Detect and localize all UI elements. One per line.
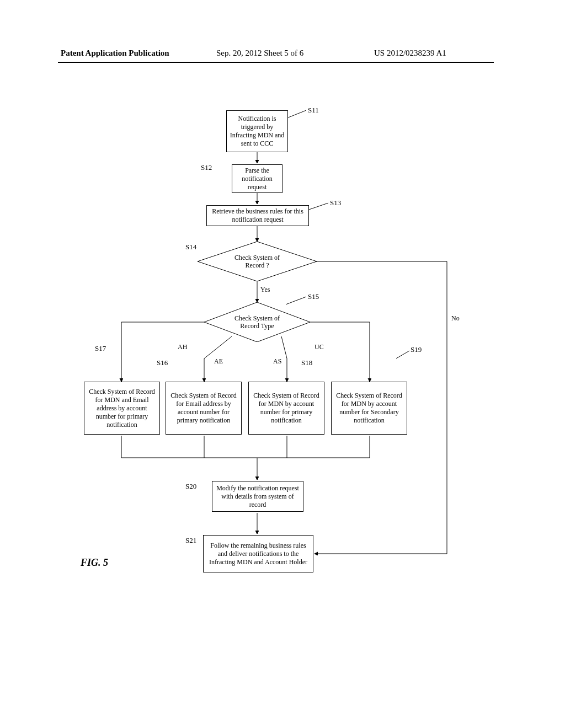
step-s20-text: Modify the notification request with det…: [215, 484, 301, 509]
decision-s14-text: Check System of Record ?: [227, 254, 287, 270]
label-s15: S15: [308, 292, 319, 301]
step-s18: Check System of Record for MDN by accoun…: [248, 382, 324, 435]
label-s11: S11: [308, 106, 319, 115]
label-s16: S16: [157, 358, 168, 367]
branch-no: No: [451, 314, 460, 323]
label-s21: S21: [185, 536, 196, 545]
step-s21: Follow the remaining business rules and …: [203, 535, 313, 572]
page: Patent Application Publication Sep. 20, …: [0, 0, 565, 728]
branch-ae: AE: [214, 357, 223, 366]
step-s12: Parse the notification request: [232, 164, 282, 193]
flow-connectors: [0, 0, 565, 728]
decision-s15-text: Check System of Record Type: [231, 314, 284, 330]
step-s17-text: Check System of Record for MDN and Email…: [87, 388, 157, 429]
decision-s15: Check System of Record Type: [204, 302, 310, 342]
svg-line-11: [396, 351, 409, 358]
step-s16-text: Check System of Record for Email address…: [168, 392, 239, 425]
step-s17: Check System of Record for MDN and Email…: [84, 382, 160, 435]
step-s11: Notification is triggered by Infracting …: [226, 110, 288, 152]
label-s18: S18: [301, 358, 312, 367]
step-s19: Check System of Record for MDN by accoun…: [331, 382, 407, 435]
svg-line-9: [309, 203, 328, 210]
step-s13: Retrieve the business rules for this not…: [206, 205, 309, 226]
step-s16: Check System of Record for Email address…: [166, 382, 242, 435]
figure-label: FIG. 5: [81, 557, 108, 569]
branch-as: AS: [273, 357, 281, 366]
step-s20: Modify the notification request with det…: [212, 481, 303, 512]
label-s17: S17: [95, 344, 106, 353]
step-s11-text: Notification is triggered by Infracting …: [229, 115, 285, 148]
label-s20: S20: [185, 482, 196, 491]
step-s13-text: Retrieve the business rules for this not…: [209, 207, 306, 224]
step-s21-text: Follow the remaining business rules and …: [206, 542, 311, 566]
step-s12-text: Parse the notification request: [234, 167, 280, 191]
branch-uc: UC: [315, 343, 324, 351]
label-s12: S12: [201, 163, 212, 172]
svg-line-8: [287, 110, 306, 118]
step-s18-text: Check System of Record for MDN by accoun…: [251, 392, 322, 425]
branch-ah: AH: [178, 343, 187, 351]
step-s19-text: Check System of Record for MDN by accoun…: [334, 392, 404, 425]
decision-s14: Check System of Record ?: [198, 242, 317, 281]
label-s19: S19: [411, 345, 422, 354]
label-s13: S13: [330, 199, 341, 207]
label-s14: S14: [185, 243, 196, 251]
branch-yes: Yes: [260, 286, 270, 294]
